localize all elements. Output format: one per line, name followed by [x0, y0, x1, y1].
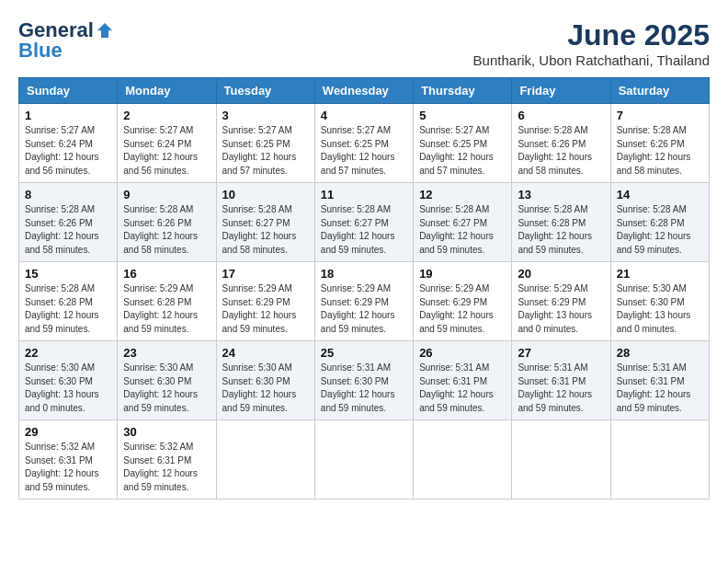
- calendar-day-3: 3Sunrise: 5:27 AMSunset: 6:25 PMDaylight…: [216, 104, 314, 183]
- calendar-day-15: 15Sunrise: 5:28 AMSunset: 6:28 PMDayligh…: [19, 262, 118, 341]
- day-info: Sunrise: 5:30 AMSunset: 6:30 PMDaylight:…: [25, 362, 111, 415]
- day-info: Sunrise: 5:28 AMSunset: 6:27 PMDaylight:…: [321, 203, 407, 257]
- day-number: 25: [321, 346, 407, 360]
- day-number: 14: [617, 188, 703, 201]
- calendar-week-2: 8Sunrise: 5:28 AMSunset: 6:26 PMDaylight…: [19, 183, 710, 262]
- day-number: 10: [222, 188, 309, 201]
- day-info: Sunrise: 5:29 AMSunset: 6:29 PMDaylight:…: [518, 282, 604, 336]
- day-number: 1: [25, 109, 111, 122]
- day-header-thursday: Thursday: [414, 78, 512, 104]
- day-number: 16: [123, 267, 210, 281]
- calendar-day-23: 23Sunrise: 5:30 AMSunset: 6:30 PMDayligh…: [118, 341, 216, 420]
- calendar-day-1: 1Sunrise: 5:27 AMSunset: 6:24 PMDaylight…: [19, 104, 118, 183]
- calendar-day-5: 5Sunrise: 5:27 AMSunset: 6:25 PMDaylight…: [414, 104, 512, 183]
- calendar-day-30: 30Sunrise: 5:32 AMSunset: 6:31 PMDayligh…: [118, 420, 216, 500]
- day-info: Sunrise: 5:27 AMSunset: 6:24 PMDaylight:…: [123, 124, 210, 178]
- day-info: Sunrise: 5:31 AMSunset: 6:31 PMDaylight:…: [518, 362, 604, 415]
- svg-marker-0: [97, 23, 112, 38]
- day-number: 2: [123, 109, 210, 122]
- day-number: 11: [321, 188, 407, 201]
- empty-cell: [610, 420, 709, 500]
- day-number: 27: [518, 346, 604, 360]
- day-number: 6: [518, 109, 604, 122]
- day-number: 8: [25, 188, 111, 201]
- empty-cell: [216, 420, 314, 500]
- calendar-day-10: 10Sunrise: 5:28 AMSunset: 6:27 PMDayligh…: [216, 183, 314, 262]
- calendar-day-7: 7Sunrise: 5:28 AMSunset: 6:26 PMDaylight…: [610, 104, 709, 183]
- day-info: Sunrise: 5:29 AMSunset: 6:29 PMDaylight:…: [222, 282, 309, 336]
- calendar-week-1: 1Sunrise: 5:27 AMSunset: 6:24 PMDaylight…: [19, 104, 710, 183]
- calendar-day-18: 18Sunrise: 5:29 AMSunset: 6:29 PMDayligh…: [314, 262, 413, 341]
- location-title: Buntharik, Ubon Ratchathani, Thailand: [473, 52, 710, 68]
- day-number: 4: [321, 109, 407, 122]
- calendar-week-3: 15Sunrise: 5:28 AMSunset: 6:28 PMDayligh…: [19, 262, 710, 341]
- day-number: 17: [222, 267, 309, 281]
- day-info: Sunrise: 5:32 AMSunset: 6:31 PMDaylight:…: [123, 441, 210, 494]
- day-number: 23: [123, 346, 210, 360]
- day-number: 26: [419, 346, 506, 360]
- day-info: Sunrise: 5:31 AMSunset: 6:31 PMDaylight:…: [617, 362, 703, 415]
- calendar-day-20: 20Sunrise: 5:29 AMSunset: 6:29 PMDayligh…: [512, 262, 610, 341]
- day-info: Sunrise: 5:30 AMSunset: 6:30 PMDaylight:…: [222, 362, 309, 415]
- day-info: Sunrise: 5:27 AMSunset: 6:25 PMDaylight:…: [419, 124, 506, 178]
- logo: General Blue: [18, 18, 114, 63]
- day-info: Sunrise: 5:29 AMSunset: 6:29 PMDaylight:…: [419, 282, 506, 336]
- day-info: Sunrise: 5:31 AMSunset: 6:30 PMDaylight:…: [321, 362, 407, 415]
- day-number: 24: [222, 346, 309, 360]
- empty-cell: [314, 420, 413, 500]
- calendar-header-row: SundayMondayTuesdayWednesdayThursdayFrid…: [19, 78, 710, 104]
- day-number: 30: [123, 425, 210, 439]
- logo-blue: Blue: [18, 39, 63, 63]
- day-number: 21: [617, 267, 703, 281]
- calendar-day-9: 9Sunrise: 5:28 AMSunset: 6:26 PMDaylight…: [118, 183, 216, 262]
- day-number: 28: [617, 346, 703, 360]
- calendar-day-4: 4Sunrise: 5:27 AMSunset: 6:25 PMDaylight…: [314, 104, 413, 183]
- day-info: Sunrise: 5:28 AMSunset: 6:26 PMDaylight:…: [617, 124, 703, 178]
- day-number: 7: [617, 109, 703, 122]
- day-number: 3: [222, 109, 309, 122]
- day-info: Sunrise: 5:30 AMSunset: 6:30 PMDaylight:…: [123, 362, 210, 415]
- day-info: Sunrise: 5:30 AMSunset: 6:30 PMDaylight:…: [617, 282, 703, 336]
- calendar-day-27: 27Sunrise: 5:31 AMSunset: 6:31 PMDayligh…: [512, 341, 610, 420]
- day-info: Sunrise: 5:28 AMSunset: 6:27 PMDaylight:…: [222, 203, 309, 257]
- day-number: 9: [123, 188, 210, 201]
- calendar-day-8: 8Sunrise: 5:28 AMSunset: 6:26 PMDaylight…: [19, 183, 118, 262]
- day-header-friday: Friday: [512, 78, 610, 104]
- day-number: 18: [321, 267, 407, 281]
- calendar-day-19: 19Sunrise: 5:29 AMSunset: 6:29 PMDayligh…: [414, 262, 512, 341]
- calendar-day-29: 29Sunrise: 5:32 AMSunset: 6:31 PMDayligh…: [19, 420, 118, 500]
- day-info: Sunrise: 5:28 AMSunset: 6:28 PMDaylight:…: [518, 203, 604, 257]
- day-info: Sunrise: 5:29 AMSunset: 6:28 PMDaylight:…: [123, 282, 210, 336]
- calendar-day-16: 16Sunrise: 5:29 AMSunset: 6:28 PMDayligh…: [118, 262, 216, 341]
- calendar-day-22: 22Sunrise: 5:30 AMSunset: 6:30 PMDayligh…: [19, 341, 118, 420]
- day-info: Sunrise: 5:27 AMSunset: 6:25 PMDaylight:…: [321, 124, 407, 178]
- day-info: Sunrise: 5:28 AMSunset: 6:28 PMDaylight:…: [617, 203, 703, 257]
- calendar-day-28: 28Sunrise: 5:31 AMSunset: 6:31 PMDayligh…: [610, 341, 709, 420]
- day-number: 5: [419, 109, 506, 122]
- calendar-day-26: 26Sunrise: 5:31 AMSunset: 6:31 PMDayligh…: [414, 341, 512, 420]
- month-title: June 2025: [473, 18, 710, 52]
- title-area: June 2025 Buntharik, Ubon Ratchathani, T…: [473, 18, 710, 68]
- day-header-monday: Monday: [118, 78, 216, 104]
- day-info: Sunrise: 5:28 AMSunset: 6:26 PMDaylight:…: [518, 124, 604, 178]
- day-header-saturday: Saturday: [610, 78, 709, 104]
- day-number: 19: [419, 267, 506, 281]
- calendar-day-14: 14Sunrise: 5:28 AMSunset: 6:28 PMDayligh…: [610, 183, 709, 262]
- calendar-day-13: 13Sunrise: 5:28 AMSunset: 6:28 PMDayligh…: [512, 183, 610, 262]
- day-info: Sunrise: 5:28 AMSunset: 6:26 PMDaylight:…: [123, 203, 210, 257]
- logo-icon: [96, 21, 114, 40]
- day-info: Sunrise: 5:28 AMSunset: 6:26 PMDaylight:…: [25, 203, 111, 257]
- day-info: Sunrise: 5:28 AMSunset: 6:27 PMDaylight:…: [419, 203, 506, 257]
- day-info: Sunrise: 5:32 AMSunset: 6:31 PMDaylight:…: [25, 441, 111, 494]
- day-number: 22: [25, 346, 111, 360]
- calendar-day-24: 24Sunrise: 5:30 AMSunset: 6:30 PMDayligh…: [216, 341, 314, 420]
- calendar-day-25: 25Sunrise: 5:31 AMSunset: 6:30 PMDayligh…: [314, 341, 413, 420]
- day-header-wednesday: Wednesday: [314, 78, 413, 104]
- day-header-tuesday: Tuesday: [216, 78, 314, 104]
- calendar-day-2: 2Sunrise: 5:27 AMSunset: 6:24 PMDaylight…: [118, 104, 216, 183]
- calendar-day-21: 21Sunrise: 5:30 AMSunset: 6:30 PMDayligh…: [610, 262, 709, 341]
- calendar-day-11: 11Sunrise: 5:28 AMSunset: 6:27 PMDayligh…: [314, 183, 413, 262]
- calendar-table: SundayMondayTuesdayWednesdayThursdayFrid…: [18, 77, 710, 500]
- day-number: 20: [518, 267, 604, 281]
- calendar-day-6: 6Sunrise: 5:28 AMSunset: 6:26 PMDaylight…: [512, 104, 610, 183]
